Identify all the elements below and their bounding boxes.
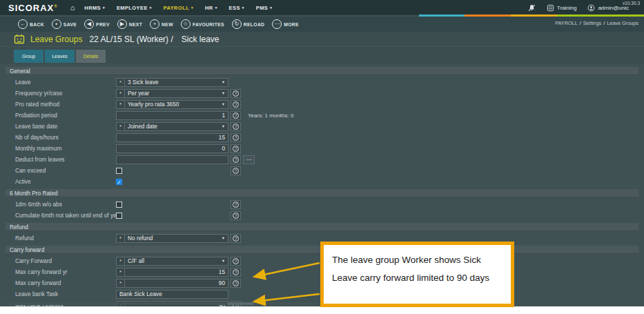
pro-rated-method-select[interactable]: *Yearly pro rata 3650▼ — [116, 100, 228, 109]
can-exceed-checkbox[interactable] — [116, 168, 122, 174]
field-row-nb-of-days-hours: Nb of days/hours15? — [6, 132, 638, 143]
next-button[interactable]: ▶NEXT — [117, 19, 142, 29]
help-icon[interactable]: ? — [231, 122, 241, 131]
active-checkbox[interactable]: ✓ — [116, 179, 122, 185]
help-icon[interactable]: ? — [231, 155, 241, 164]
menu-item-ess[interactable]: ESS▾ — [229, 5, 244, 11]
input-value: 15 — [117, 134, 228, 141]
menu-item-label: ESS — [229, 5, 240, 11]
favourites-button[interactable]: ☆FAVOURITES — [181, 19, 224, 29]
breadcrumb-item-leave-groups[interactable]: Leave Groups — [607, 20, 638, 26]
leave-base-date-select[interactable]: *Joined date▼ — [116, 122, 228, 131]
lookup-more-button[interactable]: ⋯ — [243, 155, 255, 164]
question-mark-glyph: ? — [233, 124, 239, 130]
monthly-maximum-input[interactable]: 0 — [116, 144, 228, 153]
help-icon[interactable]: ? — [231, 89, 241, 98]
scrollbar-thumb[interactable] — [228, 302, 254, 305]
more-button[interactable]: ⋯MORE — [272, 19, 299, 29]
menu-item-hrms[interactable]: HRMS▾ — [84, 5, 105, 11]
horizontal-scrollbar[interactable] — [6, 302, 318, 305]
tab-group[interactable]: Group — [14, 50, 43, 63]
frequency-yr-case-select[interactable]: *Per year▼ — [116, 89, 228, 98]
tab-details[interactable]: Details — [76, 50, 106, 63]
reload-button[interactable]: ↻RELOAD — [232, 19, 265, 29]
help-icon[interactable]: ? — [231, 111, 241, 120]
menu-item-hr[interactable]: HR▾ — [205, 5, 217, 11]
chevron-down-icon: ▾ — [215, 6, 217, 10]
help-icon[interactable]: ? — [231, 166, 241, 175]
help-icon[interactable]: ? — [231, 144, 241, 153]
help-icon[interactable]: ? — [231, 211, 241, 220]
leave-select[interactable]: *3 Sick leave▼ — [116, 78, 228, 87]
back-button[interactable]: ←BACK — [18, 19, 44, 29]
registered-mark: ® — [54, 3, 57, 8]
help-icon[interactable]: ? — [231, 133, 241, 142]
max-carry-forward-input[interactable]: *90 — [116, 279, 228, 288]
new-button[interactable]: +NEW — [150, 19, 173, 29]
deduct-from-leaves-input[interactable] — [116, 155, 228, 164]
chevron-down-icon: ▼ — [219, 102, 228, 106]
help-icon[interactable]: ? — [231, 268, 241, 277]
field-row-cumulate-6mth-not-taken-until-end-of-year: Cumulate 6mth not taken until end of yea… — [6, 210, 638, 221]
field-row-can-exceed: Can exceed? — [6, 165, 638, 176]
breadcrumb-item-payroll[interactable]: PAYROLL — [555, 20, 578, 26]
select-value: Yearly pro rata 3650 — [125, 101, 219, 108]
help-icon[interactable]: ? — [231, 100, 241, 109]
required-marker: * — [117, 257, 125, 265]
help-icon[interactable]: ? — [231, 200, 241, 209]
field-row-frequency-yr-case: Frequency yr/case*Per year▼? — [6, 88, 638, 99]
chevron-down-icon: ▾ — [103, 6, 105, 10]
max-carry-forward-yr-input[interactable]: *15 — [116, 268, 228, 277]
question-mark-glyph: ? — [233, 146, 239, 152]
can-exceed-checkbox-cell — [116, 166, 228, 175]
breadcrumb-separator: / — [580, 20, 581, 26]
select-value: No refund — [125, 235, 219, 242]
field-label: Cumulate 6mth not taken until end of yea… — [15, 212, 116, 219]
1dm-6mth-w-o-abs-checkbox[interactable] — [116, 202, 122, 208]
help-icon[interactable]: ? — [231, 234, 241, 243]
save-button[interactable]: ▪SAVE — [52, 19, 77, 29]
required-marker: * — [117, 79, 125, 86]
field-label: Leave — [15, 79, 116, 86]
annotation-callout: The leave group Worker shows Sick Leave … — [320, 242, 514, 307]
field-label: Max carry forward — [15, 279, 116, 286]
field-label: Leave bank Task — [15, 291, 116, 297]
cumulate-6mth-not-taken-until-end-of-year-checkbox-cell — [116, 211, 228, 220]
question-mark-glyph: ? — [233, 202, 239, 208]
field-label: Leave base date — [15, 123, 116, 130]
help-icon[interactable]: ? — [231, 279, 241, 288]
section-header-general: General — [6, 67, 638, 75]
toolbar-button-label: NEXT — [129, 22, 142, 27]
question-mark-glyph: ? — [233, 135, 239, 141]
main-menu: HRMS▾EMPLOYEE▾PAYROLL▾HR▾ESS▾PMS▾ — [84, 5, 284, 11]
help-icon[interactable]: ? — [231, 257, 241, 266]
prev-button[interactable]: ◀PREV — [84, 19, 110, 29]
more-icon: ⋯ — [272, 19, 282, 29]
field-row-leave-base-date: Leave base date*Joined date▼? — [6, 121, 638, 132]
field-label: Refund — [15, 235, 116, 242]
refund-select[interactable]: *No refund▼ — [116, 234, 228, 243]
input-value: 90 — [125, 279, 228, 286]
field-row-deduct-from-leaves: Deduct from leaves?⋯ — [6, 154, 638, 165]
nb-of-days-hours-input[interactable]: 15 — [116, 133, 228, 142]
tab-leaves[interactable]: Leaves — [45, 50, 75, 63]
leave-bank-task-input[interactable]: Bank Sick Leave — [116, 290, 228, 299]
cumulate-6mth-not-taken-until-end-of-year-checkbox[interactable] — [116, 213, 122, 219]
menu-item-payroll[interactable]: PAYROLL▾ — [164, 5, 193, 11]
required-marker: * — [117, 101, 125, 108]
probation-period-input[interactable]: 1 — [116, 111, 228, 120]
menu-item-employee[interactable]: EMPLOYEE▾ — [117, 5, 152, 11]
home-icon[interactable]: ⌂ — [70, 3, 75, 12]
1dm-6mth-w-o-abs-checkbox-cell — [116, 200, 228, 209]
breadcrumb-item-settings[interactable]: Settings — [583, 20, 601, 26]
app-logo: SICORAX® — [8, 3, 58, 13]
prev-icon: ◀ — [84, 19, 94, 29]
menu-item-pms[interactable]: PMS▾ — [256, 5, 272, 11]
select-value: Joined date — [125, 123, 219, 130]
environment-menu[interactable]: Training — [547, 4, 577, 12]
menu-item-label: PAYROLL — [164, 5, 189, 11]
menu-item-label: HR — [205, 5, 213, 11]
carry-forward-select[interactable]: *C/F all▼ — [116, 257, 228, 266]
save-icon: ▪ — [52, 19, 61, 29]
notifications-muted-icon[interactable] — [528, 4, 536, 12]
